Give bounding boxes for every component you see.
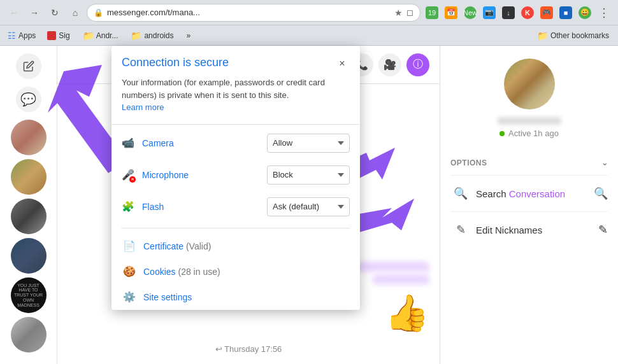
block-badge: ×	[129, 176, 136, 183]
permission-camera-row: 📹 Camera Allow Block Ask (default)	[111, 127, 360, 159]
permission-flash-row: 🧩 Flash Allow Block Ask (default)	[111, 191, 360, 223]
chat-avatar-5[interactable]: YOU JUST HAVE TO TRUST YOUR OWN MADNESS	[11, 277, 47, 313]
microphone-label: Microphone	[142, 170, 259, 180]
ext-dark-icon: ↓	[502, 6, 515, 19]
popup-description: Your information (for example, passwords…	[111, 76, 360, 122]
andr-label: Andr...	[96, 31, 119, 40]
forward-button[interactable]: →	[25, 4, 43, 22]
ext-5[interactable]: ↓	[499, 4, 517, 22]
video-button[interactable]: 🎥	[378, 53, 401, 76]
bookmark-andr[interactable]: 📁 Andr...	[79, 29, 122, 42]
ext-4[interactable]: 📷	[480, 4, 498, 22]
bookmark-star-icon[interactable]: ★	[394, 8, 403, 18]
popup-description-text: Your information (for example, passwords…	[122, 78, 325, 100]
ext-3[interactable]: New	[461, 4, 479, 22]
edit-nicknames-icon: ✎	[456, 223, 466, 237]
chat-avatar-3[interactable]	[11, 199, 47, 234]
ext-red-icon: K	[521, 6, 534, 19]
ext-7[interactable]: 🎮	[538, 4, 556, 22]
chat-avatar-2[interactable]	[11, 159, 47, 195]
ext-8[interactable]: ■	[557, 4, 575, 22]
more-label: »	[186, 31, 190, 40]
messages-icon[interactable]: 💬	[16, 87, 41, 112]
other-folder-icon: 📁	[537, 31, 548, 41]
search-conversation-text: Search Conversation	[476, 188, 565, 199]
search-icon-wrapper: 🔍	[450, 183, 471, 204]
profile-section: Active 1h ago	[440, 46, 618, 151]
back-button[interactable]: ←	[5, 4, 23, 22]
camera-label: Camera	[142, 138, 259, 148]
ext-green2-icon: New	[464, 6, 477, 19]
sig-icon	[47, 31, 56, 40]
apps-bookmark[interactable]: ☷ Apps	[5, 29, 38, 42]
permission-microphone-row: 🎤 × Microphone Allow Block Ask (default)	[111, 159, 360, 191]
options-header[interactable]: OPTIONS ⌄	[450, 151, 608, 175]
learn-more-link[interactable]: Learn more	[122, 102, 164, 112]
ext-2[interactable]: 📅	[442, 4, 460, 22]
right-panel: Active 1h ago OPTIONS ⌄ 🔍 Search	[440, 46, 618, 364]
microphone-select[interactable]: Allow Block Ask (default)	[267, 165, 350, 185]
edit-nicknames-text: Edit Nicknames	[476, 225, 542, 235]
content-area: 💬 YOU JUST HAVE TO TRUST YOUR OWN MADNES…	[0, 46, 618, 364]
edit-icon-wrapper: ✎	[450, 220, 471, 240]
cookies-item[interactable]: 🍪 Cookies (28 in use)	[111, 259, 360, 284]
url-text: messenger.com/t/mana...	[107, 8, 391, 17]
site-settings-item[interactable]: ⚙️ Site settings	[111, 284, 360, 310]
site-settings-label: Site settings	[143, 292, 192, 302]
flash-icon: 🧩	[122, 200, 134, 213]
edit-nicknames-item[interactable]: ✎ Edit Nicknames ✎	[450, 211, 608, 248]
bookmark-androids[interactable]: 📁 androids	[127, 29, 177, 42]
search-action-icon: 🔍	[594, 186, 608, 200]
ext-1[interactable]: 19	[423, 4, 441, 22]
msg-bubble-2	[372, 274, 429, 284]
sig-label: Sig	[59, 31, 69, 40]
ext-face-icon: 😀	[578, 6, 591, 19]
popup-header: Connection is secure ×	[111, 46, 360, 76]
other-label: Other bookmarks	[550, 31, 609, 40]
lock-icon: 🔒	[94, 8, 103, 17]
profile-avatar	[504, 59, 555, 109]
chat-avatar-4[interactable]	[11, 238, 47, 274]
popup-close-button[interactable]: ×	[334, 56, 350, 71]
info-button[interactable]: ⓘ	[406, 53, 429, 76]
profile-status: Active 1h ago	[508, 129, 559, 138]
cookies-icon: 🍪	[122, 264, 137, 279]
options-label: OPTIONS	[450, 158, 487, 167]
browser-more-button[interactable]: ⋮	[595, 4, 613, 22]
tab-icon[interactable]: ◻	[406, 8, 413, 17]
ext-9[interactable]: 😀	[576, 4, 594, 22]
chat-bubble-icon: 💬	[20, 92, 36, 107]
androids-label: androids	[144, 31, 173, 40]
status-row: Active 1h ago	[499, 129, 559, 138]
certificate-label: Certificate (Valid)	[143, 241, 211, 251]
ext-6[interactable]: K	[519, 4, 536, 22]
ext-gamepad-icon: 🎮	[540, 6, 553, 19]
flash-label: Flash	[142, 202, 259, 212]
bookmark-sig[interactable]: Sig	[43, 30, 73, 41]
chat-avatar-1[interactable]	[11, 120, 47, 155]
popup-divider-2	[122, 228, 350, 228]
security-popup: Connection is secure × Your information …	[111, 46, 360, 310]
androids-folder-icon: 📁	[131, 31, 141, 41]
chat-avatar-6[interactable]	[11, 317, 47, 353]
flash-select[interactable]: Allow Block Ask (default)	[267, 197, 350, 216]
apps-label: Apps	[18, 31, 36, 40]
camera-icon: 📹	[122, 137, 134, 150]
cookies-count: (28 in use)	[178, 267, 220, 277]
reload-button[interactable]: ↻	[46, 4, 64, 22]
search-conversation-item[interactable]: 🔍 Search Conversation 🔍	[450, 175, 608, 211]
camera-select[interactable]: Allow Block Ask (default)	[267, 134, 350, 153]
compose-button[interactable]	[16, 53, 41, 79]
conversation-text: Conversation	[509, 188, 565, 199]
home-button[interactable]: ⌂	[66, 4, 84, 22]
bookmark-other[interactable]: 📁 Other bookmarks	[533, 29, 613, 42]
bookmark-more[interactable]: »	[182, 30, 194, 41]
certificate-item[interactable]: 📄 Certificate (Valid)	[111, 234, 360, 259]
cookies-label: Cookies (28 in use)	[143, 267, 220, 277]
status-dot	[499, 131, 505, 136]
messenger-sidebar: 💬 YOU JUST HAVE TO TRUST YOUR OWN MADNES…	[0, 46, 57, 364]
address-bar[interactable]: 🔒 messenger.com/t/mana... ★ ◻	[87, 4, 420, 22]
search-conversation-left: 🔍 Search Conversation	[450, 183, 565, 204]
apps-grid-icon: ☷	[8, 31, 16, 41]
bookmarks-bar: ☷ Apps Sig 📁 Andr... 📁 androids » 📁 Othe…	[0, 25, 618, 46]
